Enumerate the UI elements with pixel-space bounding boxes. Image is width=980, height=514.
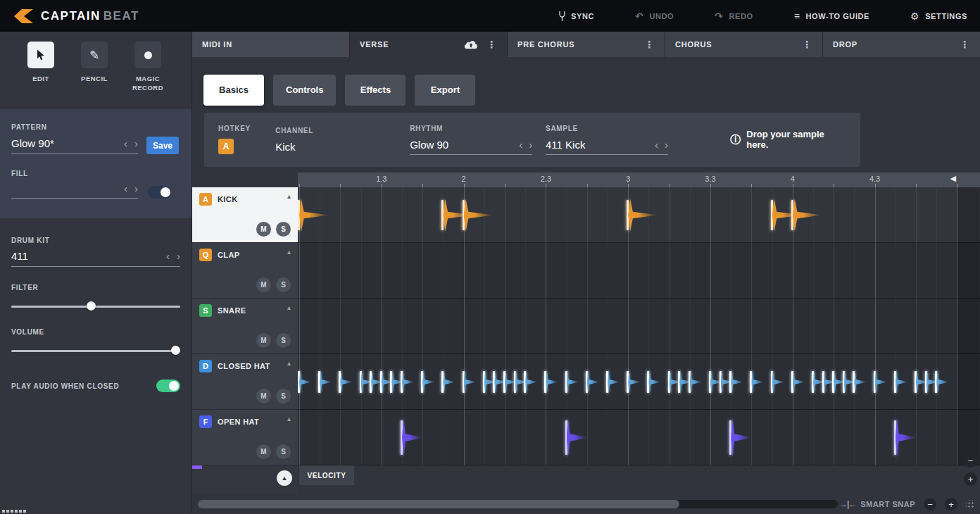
chevron-right-icon[interactable]: › [134, 183, 138, 194]
volume-slider[interactable] [11, 346, 180, 356]
subtab-export[interactable]: Export [415, 75, 475, 106]
note-hit[interactable] [401, 370, 413, 395]
vertical-zoom-out-button[interactable]: − [964, 454, 977, 468]
chevron-left-icon[interactable]: ‹ [166, 251, 170, 261]
track-header-closed-hat[interactable]: DCLOSED HAT▴MS [192, 354, 298, 410]
sample-field[interactable]: 411 Kick ‹› [546, 139, 668, 155]
note-hit[interactable] [791, 199, 821, 232]
note-hit[interactable] [441, 370, 454, 395]
sync-button[interactable]: SYNC [559, 11, 594, 21]
tool-edit[interactable]: EDIT [20, 42, 62, 109]
resize-grip[interactable] [966, 500, 974, 508]
note-hit[interactable] [463, 199, 492, 232]
scrollbar-thumb[interactable] [198, 500, 679, 508]
chevron-right-icon[interactable]: › [177, 251, 180, 261]
note-hit[interactable] [874, 370, 886, 395]
tab-menu-icon[interactable]: ⋮ [486, 39, 497, 50]
lane-clap[interactable] [298, 243, 980, 299]
tab-chorus[interactable]: CHORUS⋮ [665, 32, 822, 57]
mute-button[interactable]: M [256, 389, 271, 403]
note-hit[interactable] [401, 418, 422, 458]
drum-kit-field[interactable]: 411 ‹› [11, 250, 180, 267]
tool-magic-record[interactable]: MAGIC RECORD [127, 42, 169, 109]
tab-midi-in[interactable]: MIDI IN [192, 32, 349, 57]
mute-button[interactable]: M [256, 333, 271, 348]
chevron-right-icon[interactable]: › [665, 139, 668, 150]
solo-button[interactable]: S [276, 222, 291, 237]
note-hit[interactable] [586, 370, 598, 395]
solo-button[interactable]: S [276, 389, 291, 403]
note-hit[interactable] [421, 370, 434, 395]
velocity-tab[interactable]: VELOCITY [299, 465, 354, 485]
cloud-upload-icon[interactable] [464, 40, 478, 49]
chevron-left-icon[interactable]: ‹ [124, 138, 127, 149]
horizontal-scrollbar[interactable] [198, 500, 838, 508]
filter-slider-knob[interactable] [87, 301, 96, 311]
note-hit[interactable] [894, 370, 907, 395]
lane-snare[interactable] [298, 299, 980, 354]
tab-menu-icon[interactable]: ⋮ [644, 39, 655, 50]
collapse-icon[interactable]: ▴ [287, 303, 291, 311]
hotkey-badge[interactable]: A [218, 139, 234, 154]
chevron-left-icon[interactable]: ‹ [124, 183, 127, 194]
note-hit[interactable] [935, 370, 948, 395]
collapse-icon[interactable]: ▴ [287, 248, 291, 256]
tab-drop[interactable]: DROP⋮ [822, 32, 980, 57]
note-hit[interactable] [524, 370, 536, 395]
subtab-basics[interactable]: Basics [203, 75, 264, 106]
subtab-effects[interactable]: Effects [345, 75, 406, 106]
rhythm-field[interactable]: Glow 90 ‹› [410, 139, 532, 155]
filter-slider[interactable] [11, 301, 180, 311]
collapse-icon[interactable]: ▴ [287, 415, 291, 422]
lane-closed-hat[interactable] [298, 354, 980, 410]
collapse-icon[interactable]: ▴ [287, 192, 291, 200]
lane-open-hat[interactable] [298, 410, 980, 465]
tab-pre-chorus[interactable]: PRE CHORUS⋮ [507, 32, 665, 57]
undo-button[interactable]: ↶ UNDO [635, 11, 674, 21]
note-hit[interactable] [463, 370, 475, 395]
chevron-right-icon[interactable]: › [529, 139, 532, 150]
redo-button[interactable]: ↷ REDO [715, 11, 753, 21]
tab-menu-icon[interactable]: ⋮ [802, 39, 812, 50]
volume-slider-knob[interactable] [171, 346, 180, 355]
track-header-kick[interactable]: AKICK▴MS [192, 187, 298, 243]
loop-end-marker[interactable]: ◀ [950, 175, 955, 182]
note-hit[interactable] [298, 199, 327, 232]
play-audio-toggle[interactable] [156, 380, 180, 392]
chevron-left-icon[interactable]: ‹ [519, 139, 522, 150]
note-hit[interactable] [894, 418, 915, 458]
sequencer-grid[interactable] [298, 187, 980, 465]
note-hit[interactable] [750, 370, 762, 395]
note-hit[interactable] [729, 418, 750, 458]
note-hit[interactable] [606, 370, 619, 395]
mute-button[interactable]: M [256, 222, 271, 237]
note-hit[interactable] [791, 370, 804, 395]
track-header-open-hat[interactable]: FOPEN HAT▴MS [192, 410, 298, 465]
note-hit[interactable] [627, 199, 656, 232]
track-header-snare[interactable]: SSNARE▴MS [192, 299, 298, 354]
pattern-field[interactable]: Glow 90* ‹› [11, 137, 138, 154]
tool-pencil[interactable]: ✎PENCIL [73, 42, 115, 109]
note-hit[interactable] [853, 370, 865, 395]
note-hit[interactable] [647, 370, 660, 395]
collapse-tracks-button[interactable]: ▲ [277, 470, 292, 486]
note-hit[interactable] [689, 370, 701, 395]
smart-snap[interactable]: →|← SMART SNAP [839, 499, 915, 509]
mute-button[interactable]: M [256, 444, 271, 459]
timeline-ruler[interactable]: 1.322.333.344.3◀ [298, 173, 980, 187]
howto-guide-button[interactable]: ≡ HOW-TO GUIDE [794, 11, 869, 21]
chevron-left-icon[interactable]: ‹ [655, 139, 658, 150]
note-hit[interactable] [565, 418, 586, 458]
tab-menu-icon[interactable]: ⋮ [960, 39, 970, 50]
note-hit[interactable] [627, 370, 639, 395]
solo-button[interactable]: S [276, 277, 291, 292]
fill-toggle[interactable] [148, 186, 172, 199]
note-hit[interactable] [729, 370, 742, 395]
solo-button[interactable]: S [276, 333, 291, 348]
settings-button[interactable]: ⚙ SETTINGS [910, 11, 967, 21]
note-hit[interactable] [318, 370, 331, 395]
save-button[interactable]: Save [146, 137, 179, 154]
note-hit[interactable] [339, 370, 351, 395]
tab-verse[interactable]: VERSE⋮ [349, 32, 507, 57]
note-hit[interactable] [565, 370, 578, 395]
